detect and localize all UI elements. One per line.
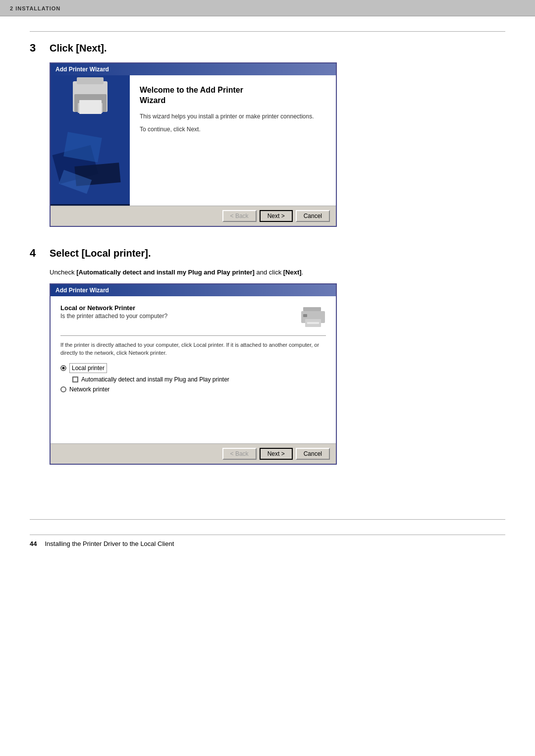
wizard-2-header-row: Local or Network Printer Is the printer … xyxy=(60,304,326,329)
wizard-2-section-title: Local or Network Printer xyxy=(60,304,167,312)
step-4-desc-prefix: Uncheck xyxy=(50,269,76,276)
step-3-number: 3 xyxy=(30,42,44,54)
svg-rect-10 xyxy=(303,307,321,311)
wizard-2-dialog: Add Printer Wizard Local or Network Prin… xyxy=(50,283,337,465)
wizard-2-next-button[interactable]: Next > xyxy=(260,448,293,460)
step-3-block: 3 Click [Next]. Add Printer Wizard xyxy=(30,42,505,227)
step-4-desc-end: . xyxy=(302,269,304,276)
auto-detect-checkbox[interactable] xyxy=(72,377,78,382)
wizard-2-titlebar: Add Printer Wizard xyxy=(51,284,336,296)
wizard-1-cancel-button[interactable]: Cancel xyxy=(296,210,330,222)
main-content: 3 Click [Next]. Add Printer Wizard xyxy=(0,32,535,504)
wizard-2-back-button[interactable]: < Back xyxy=(222,448,257,460)
local-printer-label: Local printer xyxy=(69,363,107,373)
local-printer-radio-btn[interactable] xyxy=(60,365,66,371)
step-3-title: Click [Next]. xyxy=(50,43,107,54)
wizard-1-text1: This wizard helps you install a printer … xyxy=(140,112,326,121)
step-4-number: 4 xyxy=(30,247,44,260)
wizard-2-body: Local or Network Printer Is the printer … xyxy=(51,296,336,443)
svg-rect-6 xyxy=(77,77,104,84)
wizard-2-divider xyxy=(60,335,326,336)
page-footer: 44 Installing the Printer Driver to the … xyxy=(30,535,505,547)
sidebar-decoration-icon xyxy=(51,75,130,204)
footer-text: Installing the Printer Driver to the Loc… xyxy=(45,540,174,547)
wizard-1-back-button[interactable]: < Back xyxy=(222,210,257,222)
step-3-heading: 3 Click [Next]. xyxy=(30,42,505,54)
step-4-desc-suffix: and click xyxy=(255,269,283,276)
wizard-2-info-text: If the printer is directly attached to y… xyxy=(60,341,326,357)
wizard-1-dialog: Add Printer Wizard xyxy=(50,62,337,227)
wizard-1-body: Welcome to the Add PrinterWizard This wi… xyxy=(51,75,336,206)
printer-icon-svg xyxy=(300,304,326,328)
wizard-1-footer: < Back Next > Cancel xyxy=(51,206,336,226)
wizard-2-header-text: Local or Network Printer Is the printer … xyxy=(60,304,167,327)
wizard-1-title-text: Add Printer Wizard xyxy=(55,66,109,73)
step-4-description: Uncheck [Automatically detect and instal… xyxy=(50,268,505,277)
network-printer-radio-option[interactable]: Network printer xyxy=(60,386,326,393)
wizard-1-welcome-title: Welcome to the Add PrinterWizard xyxy=(140,85,326,106)
local-printer-radio-option[interactable]: Local printer xyxy=(60,363,326,373)
wizard-1-main: Welcome to the Add PrinterWizard This wi… xyxy=(130,75,336,206)
chapter-label: 2 INSTALLATION xyxy=(10,5,60,11)
step-4-desc-bold2: [Next] xyxy=(283,269,302,276)
wizard-2-cancel-button[interactable]: Cancel xyxy=(296,448,330,460)
svg-rect-9 xyxy=(79,100,102,114)
wizard-2-printer-icon xyxy=(300,304,326,329)
footer-page-number: 44 xyxy=(30,540,37,547)
network-printer-label: Network printer xyxy=(69,386,109,393)
step-4-desc-bold: [Automatically detect and install my Plu… xyxy=(76,269,255,276)
auto-detect-checkbox-option[interactable]: Automatically detect and install my Plug… xyxy=(72,376,326,383)
wizard-2-title-text: Add Printer Wizard xyxy=(55,287,109,294)
header-section: 2 INSTALLATION xyxy=(0,0,535,16)
step-4-title: Select [Local printer]. xyxy=(50,248,151,259)
network-printer-radio-btn[interactable] xyxy=(60,386,66,392)
wizard-2-spacer xyxy=(60,396,326,435)
wizard-1-next-button[interactable]: Next > xyxy=(260,210,293,222)
step-4-heading: 4 Select [Local printer]. xyxy=(30,247,505,260)
svg-rect-12 xyxy=(303,314,307,317)
wizard-2-footer: < Back Next > Cancel xyxy=(51,443,336,464)
svg-rect-14 xyxy=(307,322,319,324)
wizard-1-sidebar xyxy=(51,75,130,206)
auto-detect-label: Automatically detect and install my Plug… xyxy=(81,376,229,383)
step-4-block: 4 Select [Local printer]. Uncheck [Autom… xyxy=(30,247,505,465)
wizard-2-section-subtitle: Is the printer attached to your computer… xyxy=(60,313,167,320)
wizard-1-titlebar: Add Printer Wizard xyxy=(51,63,336,75)
footer-divider xyxy=(30,519,505,520)
wizard-1-text2: To continue, click Next. xyxy=(140,125,326,134)
